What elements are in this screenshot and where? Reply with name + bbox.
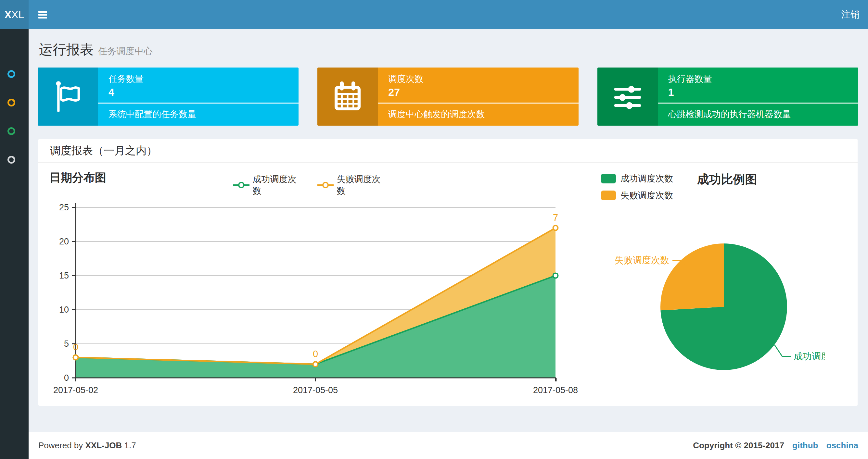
stat-card-triggers: 调度次数 27 调度中心触发的调度次数 (317, 67, 578, 126)
success-ratio-chart: 成功调度次数失败调度次数 (565, 227, 825, 396)
stat-card-description: 调度中心触发的调度次数 (388, 108, 485, 120)
app-logo[interactable]: XXL (0, 0, 29, 29)
pie-chart-legend: 成功调度次数 失败调度次数 (601, 173, 673, 201)
stat-card-divider (98, 103, 299, 103)
stat-card-body: 调度次数 27 调度中心触发的调度次数 (378, 67, 578, 126)
sliders-icon (597, 67, 658, 126)
logo-light: XL (11, 9, 24, 21)
stat-card-body: 任务数量 4 系统中配置的任务数量 (98, 67, 299, 126)
hamburger-icon (38, 11, 47, 13)
pie-swatch-icon (601, 191, 616, 200)
stat-card-divider (378, 103, 578, 103)
xxl-job-dashboard: { "navbar": { "logo_bold": "X", "logo_li… (0, 0, 868, 459)
legend-label: 成功调度次数 (620, 173, 673, 185)
calendar-icon (317, 67, 378, 126)
stat-card-value: 4 (108, 86, 114, 98)
copyright-text: Copyright © 2015-2017 github oschina (693, 432, 858, 459)
legend-item-success[interactable]: 成功调度次数 (601, 173, 673, 185)
powered-by-text: Powered by XXL-JOB 1.7 (38, 432, 136, 459)
panel-title: 调度报表（一月之内） (38, 139, 858, 163)
stat-card-body: 执行器数量 1 心跳检测成功的执行器机器数量 (658, 67, 858, 126)
page-header: 运行报表任务调度中心 (39, 40, 153, 59)
svg-text:0: 0 (64, 373, 69, 383)
svg-text:5: 5 (64, 339, 69, 349)
logo-bold: X (4, 9, 11, 21)
github-link[interactable]: github (792, 440, 818, 450)
svg-text:2017-05-05: 2017-05-05 (293, 385, 338, 395)
stat-card-title: 任务数量 (108, 73, 144, 85)
stat-cards-row: 任务数量 4 系统中配置的任务数量 调度次数 27 调度中心触发的调 (38, 67, 858, 126)
sidebar-item-2-circle-icon[interactable] (7, 99, 15, 106)
svg-text:0: 0 (313, 349, 318, 359)
product-version: 1.7 (124, 440, 136, 450)
pie-swatch-icon (601, 174, 616, 184)
svg-text:失败调度次数: 失败调度次数 (615, 255, 669, 265)
svg-text:25: 25 (59, 202, 69, 212)
stat-card-executors: 执行器数量 1 心跳检测成功的执行器机器数量 (597, 67, 858, 126)
copyright-label: Copyright © 2015-2017 (693, 440, 784, 450)
legend-item-fail[interactable]: 失败调度次数 (601, 190, 673, 201)
powered-by-label: Powered by (38, 440, 83, 450)
stat-card-jobs: 任务数量 4 系统中配置的任务数量 (38, 67, 299, 126)
svg-text:0: 0 (73, 342, 78, 352)
top-navbar: XXL 注销 (0, 0, 868, 29)
pie-chart-title: 成功比例图 (685, 171, 769, 188)
schedule-report-panel: 调度报表（一月之内） 日期分布图 成功调度次数 失败调度次数 051015202… (38, 139, 858, 406)
stat-card-title: 调度次数 (388, 73, 423, 85)
date-distribution-chart: 05101520252017-05-022017-05-052017-05-08… (38, 188, 578, 402)
sidebar-item-1-circle-icon[interactable] (7, 70, 15, 78)
collapsed-sidebar (0, 29, 29, 459)
stat-card-value: 27 (388, 86, 400, 98)
svg-text:成功调度次数: 成功调度次数 (794, 351, 825, 361)
line-chart-title: 日期分布图 (50, 170, 106, 185)
stat-card-title: 执行器数量 (668, 73, 712, 85)
sidebar-item-3-circle-icon[interactable] (7, 127, 15, 135)
product-name: XXL-JOB (86, 440, 122, 450)
flag-icon (38, 67, 98, 126)
legend-label: 失败调度次数 (620, 190, 673, 201)
stat-card-description: 心跳检测成功的执行器机器数量 (668, 108, 791, 120)
page-footer: Powered by XXL-JOB 1.7 Copyright © 2015-… (29, 432, 868, 459)
svg-text:7: 7 (553, 212, 558, 223)
oschina-link[interactable]: oschina (827, 440, 858, 450)
page-subtitle: 任务调度中心 (98, 46, 153, 56)
svg-text:15: 15 (59, 271, 69, 281)
stat-card-description: 系统中配置的任务数量 (108, 108, 196, 120)
svg-text:2017-05-02: 2017-05-02 (53, 385, 98, 395)
page-title: 运行报表 (39, 42, 94, 57)
stat-card-value: 1 (668, 86, 674, 98)
sidebar-item-4-circle-icon[interactable] (7, 156, 15, 164)
sidebar-toggle-button[interactable] (32, 0, 53, 29)
stat-card-divider (658, 103, 858, 103)
logout-link[interactable]: 注销 (833, 0, 868, 29)
svg-text:10: 10 (59, 305, 69, 315)
svg-text:20: 20 (59, 237, 69, 247)
